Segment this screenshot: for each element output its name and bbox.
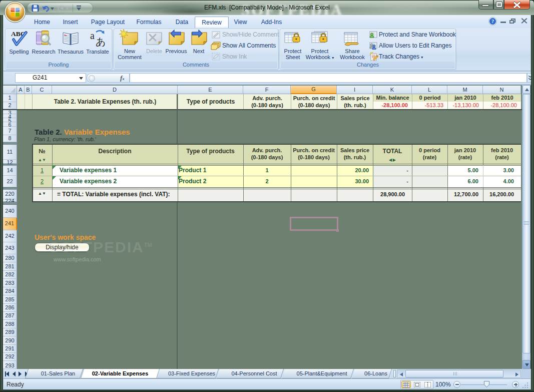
- svg-text:?: ?: [491, 19, 494, 24]
